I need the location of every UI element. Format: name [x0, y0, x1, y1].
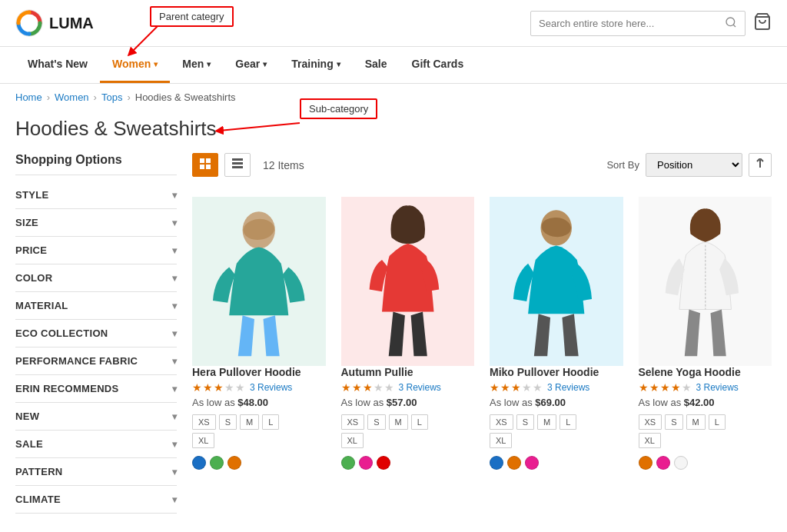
svg-point-2 [726, 18, 735, 26]
nav-gift-cards[interactable]: Gift Cards [400, 47, 477, 83]
star-1-3: ★ [214, 381, 224, 394]
filter-sale-label: SALE [15, 438, 43, 450]
page-title: Hoodies & Sweatshirts [0, 111, 787, 153]
logo[interactable]: LUMA [15, 9, 94, 37]
swatch-green-2[interactable] [341, 456, 355, 470]
swatch-orange-1[interactable] [227, 456, 241, 470]
size-s-2[interactable]: S [367, 414, 385, 430]
product-card: Selene Yoga Hoodie ★ ★ ★ ★ ★ 3 Reviews A… [639, 197, 772, 470]
size-xl-4[interactable]: XL [639, 433, 661, 448]
svg-line-0 [131, 26, 158, 53]
main-nav: What's New Women ▾ Men ▾ Gear ▾ Training… [0, 47, 787, 84]
sort-direction-button[interactable] [749, 153, 772, 177]
size-xs-4[interactable]: XS [639, 414, 662, 430]
swatch-orange-3[interactable] [507, 456, 521, 470]
nav-whats-new[interactable]: What's New [15, 47, 100, 83]
nav-gear[interactable]: Gear ▾ [223, 47, 279, 83]
star-1-4: ★ [224, 381, 234, 394]
size-s-1[interactable]: S [219, 414, 237, 430]
filter-style-label: STYLE [15, 189, 48, 201]
nav-sale[interactable]: Sale [353, 47, 400, 83]
swatch-blue-1[interactable] [192, 456, 206, 470]
filter-size-label: SIZE [15, 217, 38, 228]
filter-climate-chevron: ▾ [172, 494, 177, 505]
filter-style[interactable]: STYLE ▾ [15, 181, 177, 209]
size-xl-3[interactable]: XL [490, 433, 512, 448]
swatch-green-1[interactable] [210, 456, 224, 470]
size-xs-2[interactable]: XS [341, 414, 365, 430]
breadcrumb-sep-1: › [47, 91, 50, 103]
reviews-link-2[interactable]: 3 Reviews [399, 382, 441, 393]
product-grid: Hera Pullover Hoodie ★ ★ ★ ★ ★ 3 Reviews… [192, 197, 772, 470]
product-name-4: Selene Yoga Hoodie [639, 366, 772, 378]
size-row-4: XS S M L [639, 414, 772, 430]
reviews-link-4[interactable]: 3 Reviews [696, 382, 739, 393]
swatch-red-2[interactable] [377, 456, 390, 470]
size-xs-3[interactable]: XS [490, 414, 513, 430]
filter-sale[interactable]: SALE ▾ [15, 431, 177, 458]
sidebar: Shopping Options STYLE ▾ SIZE ▾ PRICE ▾ … [15, 153, 177, 514]
breadcrumb-home[interactable]: Home [15, 91, 42, 103]
swatch-pink-2[interactable] [359, 456, 373, 470]
cart-button[interactable] [753, 12, 772, 35]
size-m-4[interactable]: M [686, 414, 706, 430]
size-row-2b: XL [341, 433, 475, 448]
filter-climate[interactable]: CLIMATE ▾ [15, 486, 177, 514]
size-s-4[interactable]: S [665, 414, 682, 430]
product-image-4[interactable] [639, 197, 772, 366]
filter-performance-label: PERFORMANCE FABRIC [15, 355, 138, 367]
size-xs-1[interactable]: XS [192, 414, 216, 430]
size-xl-1[interactable]: XL [192, 433, 214, 448]
size-l-2[interactable]: L [411, 414, 428, 430]
size-m-2[interactable]: M [389, 414, 408, 430]
sidebar-title: Shopping Options [15, 153, 177, 175]
filter-size[interactable]: SIZE ▾ [15, 209, 177, 237]
size-l-3[interactable]: L [560, 414, 576, 430]
search-input[interactable] [539, 18, 725, 29]
sort-select[interactable]: Position Product Name Price [646, 153, 742, 177]
men-chevron: ▾ [207, 60, 211, 68]
filter-performance[interactable]: PERFORMANCE FABRIC ▾ [15, 347, 177, 375]
product-image-2[interactable] [341, 197, 475, 366]
filter-price[interactable]: PRICE ▾ [15, 237, 177, 264]
size-l-1[interactable]: L [262, 414, 279, 430]
product-name-2: Autumn Pullie [341, 366, 475, 378]
breadcrumb-women[interactable]: Women [55, 91, 89, 103]
filter-pattern[interactable]: PATTERN ▾ [15, 458, 177, 486]
swatch-orange-4[interactable] [639, 456, 653, 470]
filter-erin[interactable]: ERIN RECOMMENDS ▾ [15, 375, 177, 403]
search-bar[interactable] [530, 11, 745, 36]
size-xl-2[interactable]: XL [341, 433, 364, 448]
breadcrumb-tops[interactable]: Tops [101, 91, 122, 103]
svg-rect-11 [232, 162, 243, 165]
swatch-pink-3[interactable] [525, 456, 539, 470]
nav-training[interactable]: Training ▾ [279, 47, 352, 83]
filter-eco[interactable]: ECO COLLECTION ▾ [15, 320, 177, 347]
swatch-white-4[interactable] [674, 456, 688, 470]
filter-color[interactable]: COLOR ▾ [15, 264, 177, 292]
product-figure-2 [341, 197, 475, 360]
annotation-arrow-1 [127, 26, 188, 57]
filter-material[interactable]: MATERIAL ▾ [15, 292, 177, 320]
reviews-link-1[interactable]: 3 Reviews [250, 382, 292, 393]
products-area: 12 Items Sort By Position Product Name P… [192, 153, 772, 514]
size-m-3[interactable]: M [537, 414, 556, 430]
filter-new[interactable]: NEW ▾ [15, 403, 177, 431]
list-view-button[interactable] [224, 153, 251, 177]
star-1-1: ★ [192, 381, 202, 394]
reviews-link-3[interactable]: 3 Reviews [547, 382, 589, 393]
grid-view-button[interactable] [192, 153, 218, 177]
size-m-1[interactable]: M [240, 414, 259, 430]
product-rating-1: ★ ★ ★ ★ ★ 3 Reviews [192, 381, 326, 394]
size-s-3[interactable]: S [516, 414, 534, 430]
products-toolbar: 12 Items Sort By Position Product Name P… [192, 153, 772, 185]
product-image-1[interactable] [192, 197, 326, 366]
star-3-2: ★ [500, 381, 510, 394]
stars-1: ★ ★ ★ ★ ★ [192, 381, 245, 394]
product-image-3[interactable] [490, 197, 623, 366]
size-l-4[interactable]: L [709, 414, 726, 430]
svg-rect-7 [206, 158, 211, 163]
swatch-pink-4[interactable] [656, 456, 670, 470]
search-button[interactable] [725, 16, 737, 31]
swatch-blue-3[interactable] [490, 456, 503, 470]
